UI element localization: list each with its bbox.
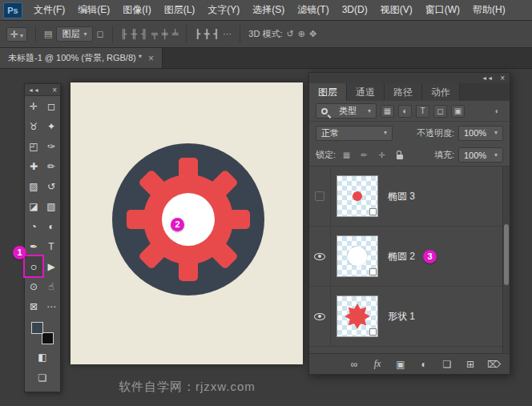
- layer-style-icon[interactable]: fx: [371, 358, 384, 370]
- foreground-color-swatch[interactable]: [31, 322, 43, 334]
- add-layer-mask-icon[interactable]: ▣: [394, 359, 407, 370]
- screen-mode-button[interactable]: ❏: [34, 368, 51, 388]
- new-group-icon[interactable]: ❏: [441, 359, 453, 370]
- align-left-icon[interactable]: ╟: [121, 30, 127, 38]
- menu-help[interactable]: 帮助(H): [466, 0, 512, 20]
- filter-type-layers-icon[interactable]: T: [416, 105, 429, 118]
- layer-thumbnail[interactable]: [337, 175, 378, 217]
- menu-select[interactable]: 选择(S): [246, 0, 291, 20]
- align-center-icon[interactable]: ╫: [131, 30, 137, 38]
- tool-preset-button[interactable]: ✛ ▾: [6, 27, 27, 42]
- close-panel-icon[interactable]: ×: [52, 86, 57, 94]
- default-colors-button[interactable]: ⊠: [25, 296, 42, 316]
- menu-filter[interactable]: 滤镜(T): [291, 0, 335, 20]
- tool-clone-stamp[interactable]: ▨: [25, 176, 42, 196]
- lock-transparent-pixels-icon[interactable]: ▦: [340, 149, 353, 162]
- edit-toolbar-button[interactable]: ⋯: [42, 296, 60, 316]
- tool-pen[interactable]: ✒: [25, 236, 42, 256]
- auto-select-target-dropdown[interactable]: 图层 ▾: [56, 26, 92, 42]
- background-color-swatch[interactable]: [42, 332, 54, 344]
- 3d-rotate-icon[interactable]: ↺: [286, 30, 293, 38]
- tool-crop[interactable]: ◰: [25, 136, 42, 156]
- collapse-panel-icon[interactable]: ◄◄: [28, 87, 39, 93]
- scrollbar-thumb[interactable]: [504, 224, 509, 285]
- auto-select-icon[interactable]: ▤: [44, 30, 52, 38]
- lock-image-pixels-icon[interactable]: ✏: [357, 149, 371, 162]
- tool-lasso[interactable]: ♉: [25, 116, 42, 136]
- layer-row-ellipse-2[interactable]: 椭圆 2 3: [309, 227, 510, 287]
- layer-row-ellipse-3[interactable]: 椭圆 3: [309, 167, 510, 227]
- filter-type-dropdown[interactable]: 类型 ▾: [316, 103, 377, 119]
- tool-move[interactable]: ✛: [25, 96, 42, 116]
- tab-paths[interactable]: 路径: [385, 83, 422, 101]
- adjustment-layer-icon[interactable]: ◐: [417, 359, 430, 370]
- pen-icon: ✒: [30, 242, 38, 251]
- tool-eraser[interactable]: ◪: [25, 196, 42, 216]
- fill-field[interactable]: 100% ▾: [458, 147, 503, 163]
- tab-channels[interactable]: 通道: [347, 83, 385, 101]
- filter-shape-layers-icon[interactable]: ◻: [433, 105, 447, 118]
- menu-edit[interactable]: 编辑(E): [71, 0, 116, 20]
- tab-actions[interactable]: 动作: [422, 83, 460, 101]
- align-top-icon[interactable]: ╤: [151, 30, 158, 38]
- layer-thumbnail[interactable]: [337, 295, 378, 337]
- delete-layer-icon[interactable]: ⌦: [487, 359, 500, 370]
- tab-layers[interactable]: 图层: [309, 83, 347, 101]
- tool-ellipse[interactable]: 1 ○: [25, 256, 42, 276]
- menu-layer[interactable]: 图层(L): [158, 0, 202, 20]
- tool-brush[interactable]: ✏: [42, 156, 60, 176]
- tool-eyedropper[interactable]: ✑: [42, 136, 60, 156]
- tool-quick-selection[interactable]: ✦: [42, 116, 60, 136]
- tool-blur[interactable]: ◔: [25, 216, 42, 236]
- menu-window[interactable]: 窗口(W): [419, 0, 466, 20]
- tool-path-selection[interactable]: ▶: [42, 256, 60, 276]
- tool-gradient[interactable]: ▧: [42, 196, 60, 216]
- menu-file[interactable]: 文件(F): [27, 0, 71, 20]
- document-tab[interactable]: 未标题-1 @ 100% (背景, RGB/8) * ×: [0, 48, 163, 68]
- 3d-roll-icon[interactable]: ⊕: [298, 30, 305, 38]
- tool-history-brush[interactable]: ↺: [42, 176, 60, 196]
- distribute-right-icon[interactable]: ┫: [214, 30, 220, 38]
- layers-scrollbar[interactable]: [502, 167, 510, 353]
- quick-mask-button[interactable]: ◧: [34, 347, 51, 367]
- show-transform-controls-icon[interactable]: ◻: [97, 30, 104, 38]
- tool-hand[interactable]: ☝: [42, 276, 60, 296]
- close-tab-icon[interactable]: ×: [148, 53, 154, 64]
- tool-healing-brush[interactable]: ✚: [25, 156, 42, 176]
- new-layer-icon[interactable]: ⊞: [464, 359, 477, 370]
- layer-thumbnail[interactable]: [337, 235, 378, 277]
- menu-type[interactable]: 文字(Y): [201, 0, 246, 20]
- align-bottom-icon[interactable]: ╧: [172, 30, 179, 38]
- menu-image[interactable]: 图像(I): [116, 0, 157, 20]
- more-options-icon[interactable]: ⋯: [223, 30, 232, 38]
- align-middle-icon[interactable]: ╪: [162, 30, 168, 38]
- layer-row-shape-1[interactable]: 形状 1: [309, 287, 510, 347]
- filter-adjustment-layers-icon[interactable]: ◐: [398, 105, 412, 118]
- tool-type[interactable]: T: [42, 236, 60, 256]
- filter-smart-objects-icon[interactable]: ▣: [451, 105, 465, 118]
- visibility-toggle[interactable]: [309, 227, 331, 286]
- visibility-toggle[interactable]: [309, 167, 331, 226]
- menu-3d[interactable]: 3D(D): [336, 0, 374, 20]
- canvas[interactable]: 2: [71, 82, 303, 364]
- link-layers-icon[interactable]: ∞: [348, 359, 361, 370]
- opacity-field[interactable]: 100% ▾: [458, 126, 503, 141]
- distribute-left-icon[interactable]: ┣: [195, 30, 200, 38]
- blend-mode-dropdown[interactable]: 正常 ▾: [316, 126, 393, 141]
- align-right-icon[interactable]: ╢: [141, 30, 147, 38]
- filter-toggle-icon[interactable]: ◖: [490, 105, 503, 118]
- 3d-pan-icon[interactable]: ✥: [309, 30, 316, 38]
- lock-all-icon[interactable]: [393, 149, 406, 162]
- menu-view[interactable]: 视图(V): [374, 0, 419, 20]
- visibility-toggle[interactable]: [309, 287, 331, 346]
- tool-rectangular-marquee[interactable]: ◻: [42, 96, 60, 116]
- filter-pixel-layers-icon[interactable]: ▦: [381, 105, 394, 118]
- collapse-panel-icon[interactable]: ◄◄: [482, 75, 493, 81]
- lock-position-icon[interactable]: ✛: [375, 149, 389, 162]
- distribute-center-icon[interactable]: ╋: [204, 30, 210, 38]
- callout-badge-3: 3: [423, 250, 437, 263]
- tool-dodge[interactable]: ◐: [42, 216, 60, 236]
- close-panel-icon[interactable]: ×: [500, 74, 505, 82]
- color-swatches[interactable]: [30, 321, 54, 345]
- tool-zoom[interactable]: ⊙: [25, 276, 42, 296]
